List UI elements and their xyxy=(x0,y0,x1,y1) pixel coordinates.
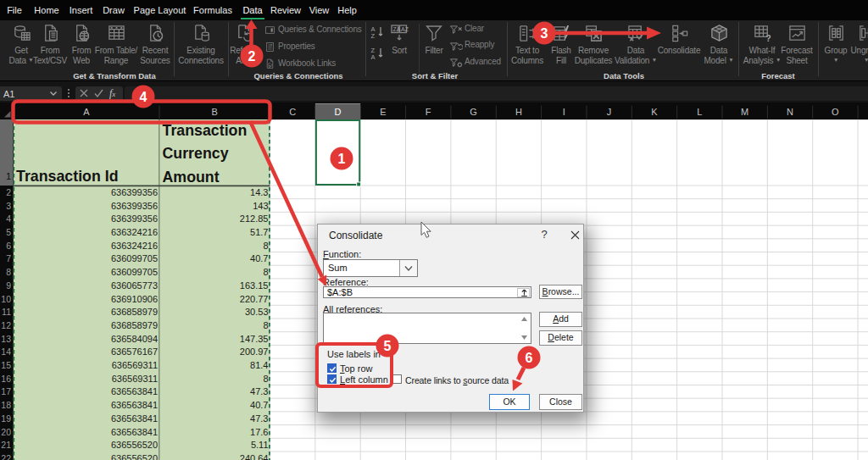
svg-text:Transaction Id: Transaction Id xyxy=(16,168,119,185)
svg-text:8: 8 xyxy=(263,241,268,251)
svg-text:636099705: 636099705 xyxy=(111,267,158,277)
svg-text:12: 12 xyxy=(1,320,11,330)
svg-text:G: G xyxy=(470,107,477,117)
svg-text:8: 8 xyxy=(263,267,268,277)
svg-text:A: A xyxy=(371,53,376,60)
svg-text:7: 7 xyxy=(6,253,11,263)
svg-text:19: 19 xyxy=(1,413,11,424)
svg-text:Currency: Currency xyxy=(163,145,229,162)
svg-text:240.64: 240.64 xyxy=(240,453,269,460)
svg-text:163.15: 163.15 xyxy=(240,280,269,291)
svg-text:636556520: 636556520 xyxy=(111,440,158,450)
svg-text:636569311: 636569311 xyxy=(112,360,158,370)
svg-text:B: B xyxy=(212,107,218,117)
svg-text:16: 16 xyxy=(1,374,11,384)
svg-text:4: 4 xyxy=(6,213,11,224)
svg-text:636324216: 636324216 xyxy=(111,241,158,251)
svg-text:636563841: 636563841 xyxy=(111,400,158,410)
svg-text:14: 14 xyxy=(1,346,11,357)
svg-text:220.77: 220.77 xyxy=(240,294,269,304)
svg-text:E: E xyxy=(380,107,386,117)
svg-text:13: 13 xyxy=(1,334,11,344)
svg-text:20: 20 xyxy=(1,427,11,437)
svg-text:17.6: 17.6 xyxy=(250,427,268,437)
svg-text:636065773: 636065773 xyxy=(111,280,158,291)
svg-text:10: 10 xyxy=(1,294,11,304)
svg-text:AZ: AZ xyxy=(401,26,409,32)
svg-text:9: 9 xyxy=(6,280,11,291)
svg-text:Transaction: Transaction xyxy=(163,122,248,139)
svg-text:I: I xyxy=(563,107,565,117)
svg-text:636563841: 636563841 xyxy=(111,427,158,437)
svg-text:H: H xyxy=(515,107,522,117)
svg-text:1: 1 xyxy=(6,171,11,181)
svg-text:3: 3 xyxy=(6,201,11,211)
svg-text:K: K xyxy=(651,107,658,117)
svg-text:200.97: 200.97 xyxy=(240,346,269,357)
svg-text:N: N xyxy=(787,107,793,117)
svg-text:636569311: 636569311 xyxy=(112,374,158,384)
svg-text:Amount: Amount xyxy=(163,169,220,186)
svg-text:636399356: 636399356 xyxy=(111,187,158,197)
svg-text:L: L xyxy=(697,107,702,117)
svg-text:6: 6 xyxy=(6,241,11,251)
svg-text:5.11: 5.11 xyxy=(251,440,269,450)
svg-text:636556520: 636556520 xyxy=(111,453,158,460)
svg-text:30.53: 30.53 xyxy=(245,307,269,317)
svg-text:81.4: 81.4 xyxy=(250,360,268,370)
svg-text:47.3: 47.3 xyxy=(250,413,268,424)
svg-text:O: O xyxy=(832,107,839,117)
svg-text:8: 8 xyxy=(263,320,268,330)
svg-text:40.7: 40.7 xyxy=(250,400,268,410)
svg-text:636399356: 636399356 xyxy=(111,213,158,224)
svg-text:18: 18 xyxy=(1,400,11,410)
svg-text:22: 22 xyxy=(1,453,11,460)
svg-text:636399356: 636399356 xyxy=(111,201,158,211)
svg-text:ZA: ZA xyxy=(393,26,401,32)
svg-text:17: 17 xyxy=(1,386,11,396)
svg-text:D: D xyxy=(335,107,342,117)
svg-text:143: 143 xyxy=(253,201,268,211)
svg-text:212.85: 212.85 xyxy=(240,213,269,224)
svg-text:40.7: 40.7 xyxy=(250,253,268,263)
svg-text:14.3: 14.3 xyxy=(250,187,268,197)
svg-text:47.3: 47.3 xyxy=(250,386,268,396)
svg-text:5: 5 xyxy=(6,227,11,237)
svg-text:636858979: 636858979 xyxy=(111,320,158,330)
svg-text:C: C xyxy=(289,107,296,117)
svg-text:15: 15 xyxy=(1,360,11,370)
svg-text:636910906: 636910906 xyxy=(111,294,158,304)
svg-text:11: 11 xyxy=(2,307,11,317)
svg-text:8: 8 xyxy=(6,267,11,277)
svg-text:636584094: 636584094 xyxy=(111,334,158,344)
svg-text:636563841: 636563841 xyxy=(111,386,158,396)
svg-text:M: M xyxy=(741,107,748,117)
svg-text:636099705: 636099705 xyxy=(111,253,158,263)
svg-text:?: ? xyxy=(765,32,771,42)
svg-text:636324216: 636324216 xyxy=(111,227,158,237)
svg-text:636858979: 636858979 xyxy=(111,307,158,317)
svg-text:2: 2 xyxy=(6,187,11,197)
svg-text:F: F xyxy=(426,107,431,117)
svg-text:636563841: 636563841 xyxy=(111,413,158,424)
svg-text:636576167: 636576167 xyxy=(111,346,158,357)
svg-text:51.7: 51.7 xyxy=(250,227,268,237)
svg-text:A: A xyxy=(83,107,90,117)
svg-text:8: 8 xyxy=(263,374,268,384)
svg-text:147.35: 147.35 xyxy=(240,334,269,344)
svg-text:Z: Z xyxy=(371,32,376,39)
svg-text:J: J xyxy=(607,107,612,117)
svg-text:21: 21 xyxy=(1,440,11,450)
